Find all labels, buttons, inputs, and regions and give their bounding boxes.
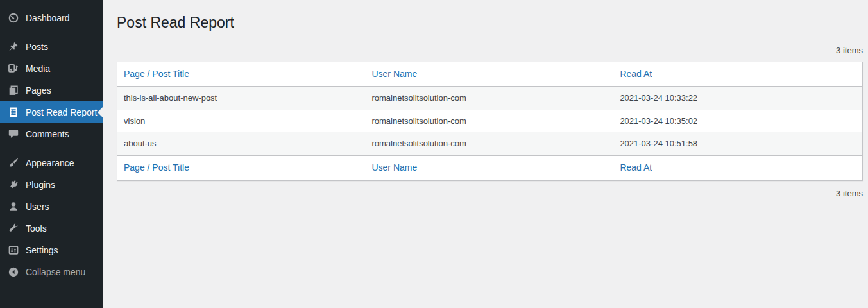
- sidebar-item-comments[interactable]: Comments: [0, 123, 103, 145]
- collapse-icon: [7, 266, 20, 278]
- cell-read-at: 2021-03-24 10:51:58: [613, 132, 862, 155]
- sidebar-item-label: Collapse menu: [26, 267, 85, 277]
- table-body: this-is-all-about-new-post romalnetsolit…: [117, 87, 863, 156]
- column-header-read-at: Read At: [613, 62, 862, 87]
- settings-icon: [7, 244, 20, 257]
- sidebar-item-label: Users: [26, 201, 49, 212]
- table-header: Page / Post Title User Name Read At: [117, 62, 863, 87]
- sort-link-user-name[interactable]: User Name: [371, 162, 417, 173]
- sidebar-item-plugins[interactable]: Plugins: [0, 174, 103, 196]
- user-icon: [7, 200, 20, 213]
- comment-icon: [7, 128, 20, 141]
- sidebar-item-post-read-report[interactable]: Post Read Report: [0, 101, 103, 123]
- media-icon: [7, 62, 20, 75]
- cell-read-at: 2021-03-24 10:35:02: [613, 110, 862, 133]
- items-count-bottom: 3 items: [836, 189, 863, 198]
- sidebar-item-label: Comments: [26, 129, 69, 139]
- main-content: Post Read Report 3 items Page / Post Tit…: [103, 0, 868, 198]
- table-row: this-is-all-about-new-post romalnetsolit…: [117, 87, 863, 110]
- sort-link-post-title[interactable]: Page / Post Title: [124, 69, 189, 79]
- cell-post-title: about-us: [117, 132, 366, 155]
- column-footer-post-title: Page / Post Title: [117, 155, 366, 180]
- column-header-post-title: Page / Post Title: [117, 62, 366, 87]
- sidebar-item-media[interactable]: Media: [0, 58, 103, 80]
- wrench-icon: [7, 222, 20, 235]
- sidebar-item-label: Dashboard: [26, 13, 70, 23]
- sidebar-item-collapse-menu[interactable]: Collapse menu: [0, 261, 103, 283]
- sort-link-user-name[interactable]: User Name: [371, 69, 417, 79]
- sidebar-item-label: Pages: [26, 85, 51, 96]
- column-footer-user-name: User Name: [365, 155, 613, 180]
- sidebar-item-label: Settings: [26, 245, 58, 255]
- post-read-report-table: Page / Post Title User Name Read At this…: [117, 62, 863, 181]
- sidebar-item-label: Appearance: [26, 158, 74, 168]
- sidebar-item-label: Plugins: [26, 180, 55, 190]
- sidebar-item-appearance[interactable]: Appearance: [0, 152, 103, 174]
- table-row: about-us romalnetsolitsolution-com 2021-…: [117, 132, 863, 155]
- sidebar-item-tools[interactable]: Tools: [0, 218, 103, 239]
- sort-link-read-at[interactable]: Read At: [620, 162, 652, 173]
- report-icon: [7, 106, 20, 119]
- plugin-icon: [7, 178, 20, 191]
- sidebar-item-dashboard[interactable]: Dashboard: [0, 7, 103, 29]
- admin-menu: Dashboard Posts Media Pages Post Read Re: [0, 0, 103, 283]
- cell-read-at: 2021-03-24 10:33:22: [613, 87, 862, 110]
- sidebar-item-settings[interactable]: Settings: [0, 239, 103, 261]
- column-header-user-name: User Name: [365, 62, 613, 87]
- sort-link-read-at[interactable]: Read At: [620, 69, 652, 79]
- column-footer-read-at: Read At: [613, 155, 862, 180]
- admin-sidebar: Dashboard Posts Media Pages Post Read Re: [0, 0, 103, 308]
- sidebar-item-label: Tools: [26, 223, 47, 234]
- cell-user-name: romalnetsolitsolution-com: [365, 87, 613, 110]
- pages-icon: [7, 84, 20, 97]
- pushpin-icon: [7, 40, 20, 53]
- tablenav-top: 3 items: [117, 46, 863, 55]
- brush-icon: [7, 157, 20, 169]
- sidebar-item-pages[interactable]: Pages: [0, 80, 103, 101]
- cell-post-title: vision: [117, 110, 366, 133]
- sidebar-item-label: Media: [26, 64, 50, 74]
- table-row: vision romalnetsolitsolution-com 2021-03…: [117, 110, 863, 133]
- sidebar-item-label: Posts: [26, 42, 48, 52]
- items-count-top: 3 items: [836, 46, 863, 55]
- sort-link-post-title[interactable]: Page / Post Title: [124, 162, 189, 173]
- cell-post-title: this-is-all-about-new-post: [117, 87, 366, 110]
- sidebar-item-posts[interactable]: Posts: [0, 36, 103, 58]
- cell-user-name: romalnetsolitsolution-com: [365, 110, 613, 133]
- dashboard-icon: [7, 12, 20, 24]
- cell-user-name: romalnetsolitsolution-com: [365, 132, 613, 155]
- sidebar-item-users[interactable]: Users: [0, 196, 103, 218]
- sidebar-item-label: Post Read Report: [26, 107, 97, 117]
- table-footer: Page / Post Title User Name Read At: [117, 155, 863, 180]
- tablenav-bottom: 3 items: [117, 189, 863, 198]
- page-title: Post Read Report: [117, 0, 863, 33]
